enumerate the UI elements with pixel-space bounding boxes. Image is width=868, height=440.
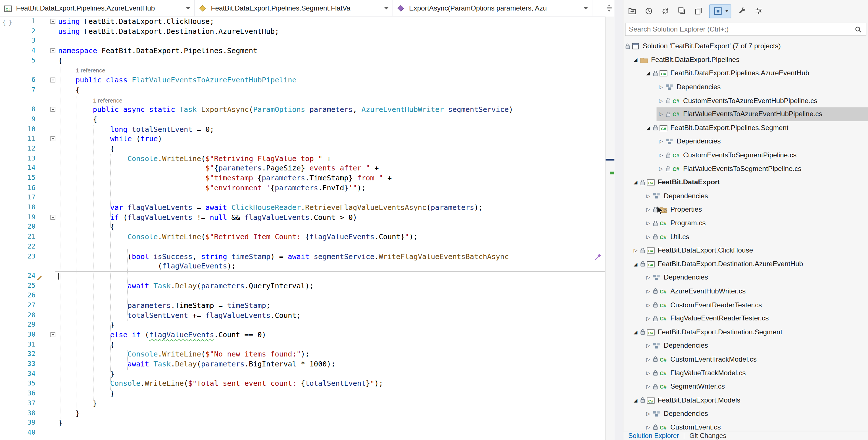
tree-item-content[interactable]: ◢C#FeatBit.DataExport xyxy=(631,176,868,189)
code-text[interactable]: Console.WriteLine($"Total sent event cou… xyxy=(55,379,605,388)
code-line[interactable]: 16 $"environment '{parameters.EnvId}'"); xyxy=(0,183,605,193)
tree-item[interactable]: ▷C#Util.cs xyxy=(623,230,868,244)
code-text[interactable] xyxy=(55,271,605,281)
code-line-wrap[interactable]: (flagValueEvents); xyxy=(0,261,605,271)
code-text[interactable]: if (flagValueEvents != null && flagValue… xyxy=(55,213,605,222)
code-line[interactable]: 10 long totalSentEvent = 0; xyxy=(0,124,605,134)
expanded-arrow-icon[interactable]: ◢ xyxy=(644,125,653,130)
code-text[interactable]: (flagValueEvents); xyxy=(55,261,605,271)
fold-collapse-icon[interactable] xyxy=(50,107,55,112)
collapsed-arrow-icon[interactable]: ▷ xyxy=(644,384,653,389)
code-text[interactable]: { xyxy=(55,115,605,124)
codelens-row[interactable]: 1 reference xyxy=(0,95,605,104)
code-line[interactable]: 23 (bool isSuccess, string timeStamp) = … xyxy=(0,252,605,261)
tree-item-content[interactable]: ▷Dependencies xyxy=(657,80,868,94)
code-line[interactable]: 21 Console.WriteLine($"Retrived Item Cou… xyxy=(0,232,605,242)
tree-item[interactable]: ▷C#Program.cs xyxy=(623,216,868,230)
code-line[interactable]: 32 Console.WriteLine($"No new items foun… xyxy=(0,350,605,359)
tree-item[interactable]: ◢C#FeatBit.DataExport.Destination.Segmen… xyxy=(623,325,868,339)
code-text[interactable]: $"environment '{parameters.EnvId}'"); xyxy=(55,183,605,193)
code-line[interactable]: 20 { xyxy=(0,222,605,232)
code-line[interactable]: 5{ xyxy=(0,56,605,65)
code-text[interactable]: public async static Task ExportAsync(Par… xyxy=(55,105,605,115)
editor-vertical-scrollbar[interactable] xyxy=(605,17,614,440)
fold-collapse-icon[interactable] xyxy=(50,136,55,142)
tree-item-content[interactable]: ◢C#FeatBit.DataExport.Destination.AzureE… xyxy=(631,257,868,271)
code-line[interactable]: 1using FeatBit.DataExport.ClickHouse; xyxy=(0,17,605,26)
tree-item-content[interactable]: Solution 'FeatBit.DataExport' (7 of 7 pr… xyxy=(625,39,868,53)
tree-item[interactable]: ▷Dependencies xyxy=(623,407,868,421)
code-line[interactable]: 2using FeatBit.DataExport.Destination.Az… xyxy=(0,26,605,36)
tree-item-content[interactable]: ◢C#FeatBit.DataExport.Pipelines.AzureEve… xyxy=(644,66,868,80)
code-line[interactable]: 7 { xyxy=(0,85,605,95)
collapsed-arrow-icon[interactable]: ▷ xyxy=(644,275,653,280)
dropdown-caret-icon[interactable] xyxy=(725,10,728,12)
tree-item[interactable]: ▷C#FlatValueEventsToSegmentPipeline.cs xyxy=(623,162,868,176)
tree-item[interactable]: ▷C#SegmentWriter.cs xyxy=(623,380,868,394)
tree-item[interactable]: ▷Dependencies xyxy=(623,135,868,148)
code-text[interactable] xyxy=(55,291,605,301)
breadcrumb-dropdown-1[interactable]: C#FeatBit.DataExport.Pipelines.AzureEven… xyxy=(0,0,195,16)
code-line[interactable]: 13 Console.WriteLine($"Retriving FlagVal… xyxy=(0,154,605,163)
code-text[interactable]: parameters.TimeStamp = timeStamp; xyxy=(55,301,605,310)
tree-item[interactable]: ▷C#FlatValueEventsToAzureEventHubPipelin… xyxy=(623,107,868,121)
code-text[interactable]: } xyxy=(55,369,605,379)
collapsed-arrow-icon[interactable]: ▷ xyxy=(644,288,653,294)
collapsed-arrow-icon[interactable]: ▷ xyxy=(657,152,665,158)
code-text[interactable]: await Task.Delay(parameters.BigInterval … xyxy=(55,359,605,369)
tree-item[interactable]: ▷Dependencies xyxy=(623,271,868,284)
code-text[interactable] xyxy=(55,242,605,251)
collapsed-arrow-icon[interactable]: ▷ xyxy=(657,98,665,103)
code-text[interactable]: Console.WriteLine($"Retriving FlagValue … xyxy=(55,154,605,163)
tree-item[interactable]: ◢FeatBit.DataExport.Pipelines xyxy=(623,53,868,66)
code-line[interactable]: 37 } xyxy=(0,399,605,408)
search-input[interactable] xyxy=(625,26,855,33)
tree-item-content[interactable]: ▷C#CustomEvent.cs xyxy=(644,421,868,431)
code-line[interactable]: 12 { xyxy=(0,144,605,154)
sync-with-active-document-button[interactable] xyxy=(659,5,671,17)
breadcrumb-dropdown-3[interactable]: ExportAsync(ParamOptions parameters, Azu xyxy=(393,0,592,16)
expanded-arrow-icon[interactable]: ◢ xyxy=(631,398,640,403)
code-text[interactable]: while (true) xyxy=(55,134,605,144)
code-text[interactable]: using FeatBit.DataExport.Destination.Azu… xyxy=(55,26,605,36)
expanded-arrow-icon[interactable]: ◢ xyxy=(631,57,640,62)
collapsed-arrow-icon[interactable]: ▷ xyxy=(644,356,653,362)
code-text[interactable]: } xyxy=(55,408,605,418)
expanded-arrow-icon[interactable]: ◢ xyxy=(631,261,640,267)
collapsed-arrow-icon[interactable]: ▷ xyxy=(657,138,665,144)
code-line[interactable]: 11 while (true) xyxy=(0,134,605,144)
code-line[interactable]: 25 await Task.Delay(parameters.QueryInte… xyxy=(0,281,605,291)
code-text[interactable]: else if (flagValueEvents.Count == 0) xyxy=(55,330,605,340)
code-text[interactable]: { xyxy=(55,222,605,232)
expanded-arrow-icon[interactable]: ◢ xyxy=(631,180,640,185)
code-text[interactable]: var flagValueEvents = await ClickHouseRe… xyxy=(55,202,605,212)
fold-collapse-icon[interactable] xyxy=(50,19,55,24)
tree-item-content[interactable]: ▷C#FlagValueEventReaderTester.cs xyxy=(644,312,868,325)
tree-item[interactable]: ▷C#AzureEventHubWriter.cs xyxy=(623,284,868,298)
code-text[interactable]: 1 reference xyxy=(55,66,605,75)
tree-item[interactable]: ▷C#FeatBit.DataExport.ClickHouse xyxy=(623,244,868,257)
code-line[interactable]: 22 xyxy=(0,242,605,251)
breadcrumb-dropdown-2[interactable]: FeatBit.DataExport.Pipelines.Segment.Fla… xyxy=(195,0,393,16)
collapsed-arrow-icon[interactable]: ▷ xyxy=(644,370,653,376)
solutions-and-folders-button[interactable] xyxy=(626,5,638,17)
tree-item-content[interactable]: ▷C#FeatBit.DataExport.ClickHouse xyxy=(631,244,868,257)
fold-collapse-icon[interactable] xyxy=(50,332,55,337)
code-text[interactable]: await Task.Delay(parameters.QueryInterva… xyxy=(55,281,605,291)
collapsed-arrow-icon[interactable]: ▷ xyxy=(644,411,653,416)
code-line[interactable]: 26 xyxy=(0,291,605,301)
code-text[interactable]: { xyxy=(55,340,605,349)
tree-item[interactable]: ◢C#FeatBit.DataExport.Destination.AzureE… xyxy=(623,257,868,271)
tree-item-content[interactable]: ▷C#FlagValueTrackModel.cs xyxy=(644,366,868,380)
search-box[interactable] xyxy=(625,23,866,36)
collapsed-arrow-icon[interactable]: ▷ xyxy=(644,193,653,198)
track-active-item-button[interactable] xyxy=(709,4,732,18)
code-text[interactable]: { xyxy=(55,85,605,95)
preview-selected-items-button[interactable] xyxy=(753,5,765,17)
collapsed-arrow-icon[interactable]: ▷ xyxy=(644,343,653,348)
tree-item-content[interactable]: ▷Dependencies xyxy=(644,271,868,284)
code-text[interactable]: (bool isSuccess, string timeStamp) = awa… xyxy=(55,252,605,261)
code-area[interactable]: 1using FeatBit.DataExport.ClickHouse;2us… xyxy=(0,17,605,440)
code-text[interactable] xyxy=(55,193,605,202)
code-line[interactable]: 4namespace FeatBit.DataExport.Pipelines.… xyxy=(0,46,605,56)
